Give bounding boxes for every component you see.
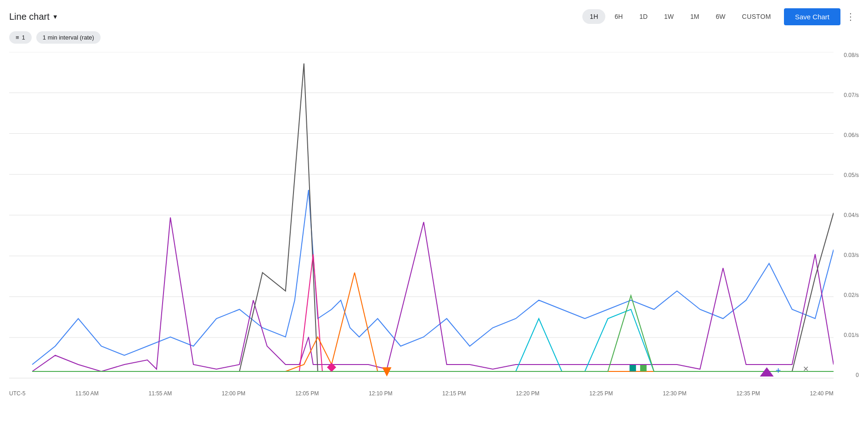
x-label-1230: 12:30 PM	[663, 390, 686, 397]
green-square-marker	[640, 365, 647, 371]
chart-svg: + ✕	[9, 52, 834, 378]
plus-marker: +	[776, 365, 781, 376]
x-label-utc: UTC-5	[9, 390, 25, 397]
time-btn-1m[interactable]: 1M	[683, 9, 706, 24]
y-label-5: 0.05/s	[834, 172, 859, 178]
chart-container: 0.08/s 0.07/s 0.06/s 0.05/s 0.04/s 0.03/…	[9, 47, 859, 397]
x-label-1210: 12:10 PM	[369, 390, 392, 397]
time-btn-1w[interactable]: 1W	[657, 9, 681, 24]
x-axis-labels: UTC-5 11:50 AM 11:55 AM 12:00 PM 12:05 P…	[9, 388, 834, 397]
y-label-2: 0.02/s	[834, 292, 859, 298]
filter-icon: ≡	[16, 34, 19, 41]
y-axis-labels: 0.08/s 0.07/s 0.06/s 0.05/s 0.04/s 0.03/…	[834, 52, 859, 378]
y-label-7: 0.07/s	[834, 92, 859, 98]
x-label-1235: 12:35 PM	[736, 390, 760, 397]
time-btn-1d[interactable]: 1D	[632, 9, 655, 24]
interval-badge[interactable]: 1 min interval (rate)	[36, 31, 101, 44]
y-label-4: 0.04/s	[834, 212, 859, 218]
x-label-1225: 12:25 PM	[589, 390, 613, 397]
x-label-1220: 12:20 PM	[516, 390, 539, 397]
more-options-button[interactable]: ⋮	[842, 7, 859, 26]
y-label-0: 0	[834, 372, 859, 378]
interval-label: 1 min interval (rate)	[43, 34, 94, 41]
save-chart-button[interactable]: Save Chart	[784, 8, 840, 25]
filter-count: 1	[22, 34, 25, 41]
time-btn-6w[interactable]: 6W	[709, 9, 733, 24]
x-label-1240: 12:40 PM	[810, 390, 833, 397]
filter-badge[interactable]: ≡ 1	[9, 31, 32, 44]
time-btn-custom[interactable]: CUSTOM	[735, 9, 778, 24]
y-label-1: 0.01/s	[834, 332, 859, 338]
x-label-1200: 12:00 PM	[222, 390, 245, 397]
square-marker	[630, 365, 636, 371]
dropdown-arrow-icon: ▼	[52, 13, 58, 20]
x-label-1215: 12:15 PM	[442, 390, 466, 397]
x-marker: ✕	[803, 365, 809, 373]
chart-area: 0.08/s 0.07/s 0.06/s 0.05/s 0.04/s 0.03/…	[9, 47, 859, 397]
x-label-1205: 12:05 PM	[295, 390, 319, 397]
x-label-1150: 11:50 AM	[75, 390, 99, 397]
time-btn-1h[interactable]: 1H	[582, 9, 605, 24]
x-label-1155: 11:55 AM	[148, 390, 172, 397]
time-btn-6h[interactable]: 6H	[607, 9, 630, 24]
chart-title[interactable]: Line chart ▼	[9, 11, 579, 22]
y-label-8: 0.08/s	[834, 52, 859, 58]
time-controls: 1H 6H 1D 1W 1M 6W CUSTOM Save Chart ⋮	[582, 7, 859, 26]
chart-type-label: Line chart	[9, 11, 50, 22]
subheader: ≡ 1 1 min interval (rate)	[0, 29, 868, 47]
y-label-3: 0.03/s	[834, 252, 859, 258]
y-label-6: 0.06/s	[834, 132, 859, 138]
